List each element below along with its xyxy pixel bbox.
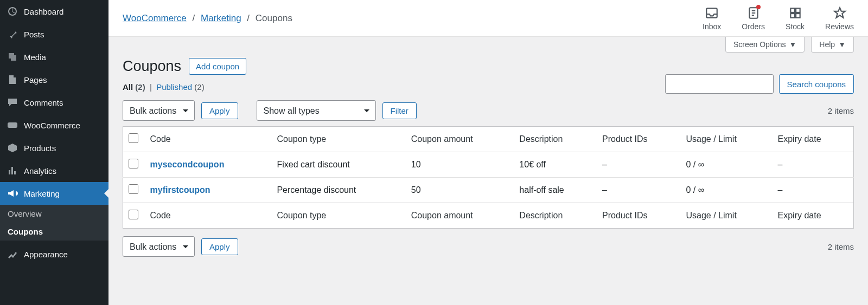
- sidebar-item-dashboard[interactable]: Dashboard: [0, 0, 108, 23]
- topbar-label: Reviews: [825, 22, 854, 31]
- megaphone-icon: [7, 187, 18, 199]
- filter-all[interactable]: All (2): [123, 82, 148, 92]
- cell-type: Fixed cart discount: [271, 152, 405, 178]
- table-header-row: Code Coupon type Coupon amount Descripti…: [123, 127, 854, 152]
- coupon-code-link[interactable]: mysecondcoupon: [150, 160, 225, 169]
- inbox-button[interactable]: Inbox: [703, 6, 721, 31]
- col-code[interactable]: Code: [145, 127, 272, 152]
- sidebar-item-label: Media: [24, 53, 46, 62]
- search-coupons-button[interactable]: Search coupons: [779, 74, 854, 94]
- chevron-down-icon: ▼: [789, 40, 796, 49]
- sidebar-item-label: Posts: [24, 30, 44, 39]
- bulk-actions-select[interactable]: Bulk actions: [123, 100, 195, 121]
- cell-expiry: –: [773, 152, 854, 178]
- sidebar-subitem-overview[interactable]: Overview: [0, 205, 108, 223]
- items-count-top: 2 items: [828, 106, 854, 115]
- content: Coupons Add coupon All (2) | Published (…: [108, 53, 868, 305]
- col-usage: Usage / Limit: [680, 203, 772, 229]
- row-checkbox[interactable]: [129, 159, 138, 168]
- filter-all-count: (2): [135, 82, 145, 92]
- breadcrumb-sep: /: [247, 13, 250, 23]
- sidebar-item-label: Pages: [24, 75, 47, 85]
- reviews-button[interactable]: Reviews: [825, 6, 854, 31]
- coupon-code-link[interactable]: myfirstcoupon: [150, 185, 210, 194]
- sidebar-item-appearance[interactable]: Appearance: [0, 243, 108, 265]
- sidebar-item-woocommerce[interactable]: WooCommerce: [0, 114, 108, 137]
- col-product-ids: Product IDs: [597, 127, 680, 152]
- comments-icon: [7, 96, 18, 108]
- topbar: WooCommerce / Marketing / Coupons Inbox …: [108, 0, 868, 37]
- pin-icon: [7, 28, 18, 40]
- products-icon: [7, 142, 18, 154]
- sidebar-item-comments[interactable]: Comments: [0, 91, 108, 114]
- col-amount: Coupon amount: [406, 127, 514, 152]
- sidebar-item-posts[interactable]: Posts: [0, 23, 108, 46]
- page-title: Coupons: [123, 58, 181, 75]
- woocommerce-icon: [7, 119, 18, 131]
- col-product-ids: Product IDs: [597, 203, 680, 229]
- media-icon: [7, 51, 18, 63]
- cell-usage: 0 / ∞: [680, 178, 772, 203]
- breadcrumb-woocommerce[interactable]: WooCommerce: [123, 13, 187, 23]
- search-row: Search coupons: [123, 74, 854, 94]
- sidebar-item-media[interactable]: Media: [0, 46, 108, 68]
- col-amount: Coupon amount: [406, 203, 514, 229]
- appearance-icon: [7, 248, 18, 260]
- tablenav-top: Bulk actions Apply Show all types Filter…: [123, 100, 854, 121]
- search-input[interactable]: [665, 74, 774, 94]
- select-all-checkbox-bottom[interactable]: [129, 210, 138, 219]
- breadcrumb: WooCommerce / Marketing / Coupons: [123, 13, 292, 24]
- sidebar-subitem-label: Coupons: [8, 227, 43, 236]
- sidebar-item-pages[interactable]: Pages: [0, 68, 108, 91]
- cell-product-ids: –: [597, 178, 680, 203]
- notification-dot-icon: [756, 5, 761, 9]
- col-type: Coupon type: [271, 127, 405, 152]
- row-checkbox[interactable]: [129, 184, 138, 194]
- screen-options-row: Screen Options ▼ Help ▼: [108, 37, 868, 53]
- cell-description: 10€ off: [514, 152, 597, 178]
- coupons-table: Code Coupon type Coupon amount Descripti…: [123, 126, 854, 229]
- sidebar-item-label: Analytics: [24, 166, 56, 176]
- col-code[interactable]: Code: [145, 203, 272, 229]
- filter-published[interactable]: Published: [156, 82, 194, 92]
- topbar-label: Inbox: [703, 22, 721, 31]
- svg-rect-0: [8, 122, 17, 128]
- svg-rect-4: [796, 8, 800, 12]
- topbar-label: Orders: [742, 22, 765, 31]
- chevron-down-icon: ▼: [838, 40, 846, 49]
- topbar-label: Stock: [786, 22, 805, 31]
- sidebar-item-label: Dashboard: [24, 7, 63, 16]
- filter-published-label: Published: [156, 82, 192, 92]
- sidebar-item-label: WooCommerce: [24, 121, 80, 130]
- coupon-type-filter-select[interactable]: Show all types: [257, 100, 376, 121]
- cell-product-ids: –: [597, 152, 680, 178]
- topbar-icons: Inbox Orders Stock Reviews: [703, 6, 854, 31]
- breadcrumb-marketing[interactable]: Marketing: [201, 13, 241, 23]
- sidebar-item-label: Marketing: [24, 189, 60, 198]
- stock-button[interactable]: Stock: [786, 6, 805, 31]
- apply-bulk-button-bottom[interactable]: Apply: [201, 238, 238, 255]
- apply-bulk-button[interactable]: Apply: [201, 102, 238, 119]
- select-all-checkbox[interactable]: [129, 133, 138, 143]
- bulk-actions-select-bottom[interactable]: Bulk actions: [123, 236, 195, 257]
- sidebar-item-label: Appearance: [24, 250, 68, 259]
- add-coupon-button[interactable]: Add coupon: [189, 58, 246, 75]
- cell-type: Percentage discount: [271, 178, 405, 203]
- cell-description: half-off sale: [514, 178, 597, 203]
- filter-button[interactable]: Filter: [382, 102, 417, 119]
- screen-options-label: Screen Options: [733, 40, 786, 49]
- sidebar-item-analytics[interactable]: Analytics: [0, 159, 108, 182]
- sidebar-item-marketing[interactable]: Marketing: [0, 182, 108, 205]
- sidebar-item-products[interactable]: Products: [0, 137, 108, 159]
- breadcrumb-current: Coupons: [256, 13, 292, 23]
- screen-options-button[interactable]: Screen Options ▼: [725, 37, 805, 53]
- orders-button[interactable]: Orders: [742, 6, 765, 31]
- filter-published-count: (2): [194, 82, 204, 92]
- cell-expiry: –: [773, 178, 854, 203]
- help-button[interactable]: Help ▼: [811, 37, 854, 53]
- pages-icon: [7, 74, 18, 86]
- sidebar-subitem-coupons[interactable]: Coupons: [0, 223, 108, 241]
- sidebar-item-label: Comments: [24, 98, 63, 107]
- breadcrumb-sep: /: [193, 13, 195, 23]
- table-row: myfirstcoupon Percentage discount 50 hal…: [123, 178, 854, 203]
